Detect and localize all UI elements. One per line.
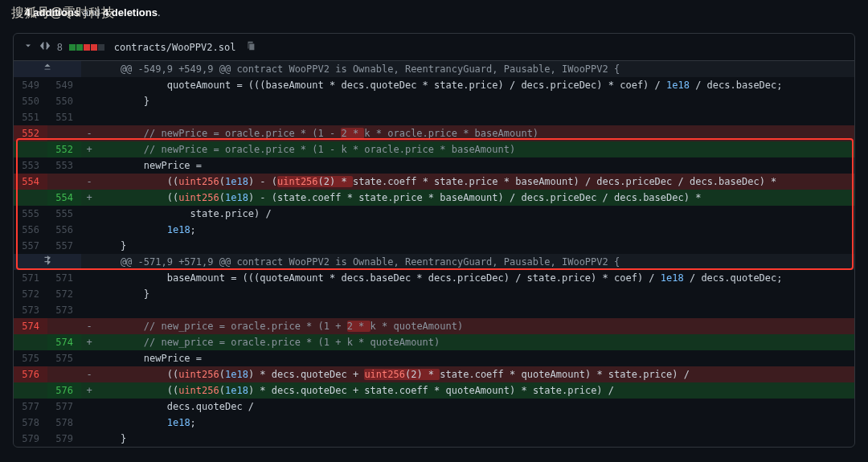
diff-sign: + (81, 190, 97, 206)
added-line: 552+ // newPrice = oracle.price * (1 - k… (14, 141, 854, 157)
diff-stat-squares (69, 44, 104, 51)
new-line-number: 578 (47, 415, 81, 431)
diff-sign: + (81, 334, 97, 350)
copy-path-icon[interactable] (245, 40, 256, 54)
old-line-number: 549 (14, 77, 47, 93)
code-content[interactable]: state.price) / (97, 206, 854, 222)
expand-hunk-icon[interactable] (14, 61, 81, 77)
diff-mode-icon[interactable] (39, 40, 51, 54)
deleted-line: 554- ((uint256(1e18) - (uint256(2) * sta… (14, 174, 854, 190)
collapse-icon[interactable] (23, 41, 33, 53)
old-line-number (14, 334, 47, 350)
new-line-number (47, 125, 81, 141)
added-line: 574+ // new_price = oracle.price * (1 + … (14, 334, 854, 350)
diff-sign (81, 350, 97, 366)
code-content[interactable]: ((uint256(1e18) - (uint256(2) * state.co… (97, 174, 854, 190)
diff-sign (81, 286, 97, 302)
old-line-number: 550 (14, 93, 47, 109)
diff-sign (81, 270, 97, 286)
old-line-number: 576 (14, 366, 47, 382)
file-header: 8 contracts/WooPPV2.sol (14, 34, 854, 61)
context-line: 551551 (14, 109, 854, 125)
hunk-header-text: @@ -571,9 +571,9 @@ contract WooPPV2 is … (97, 254, 854, 270)
added-line: 576+ ((uint256(1e18) * decs.quoteDec + s… (14, 382, 854, 399)
code-content[interactable]: quoteAmount = (((baseAmount * decs.quote… (97, 77, 854, 93)
code-content[interactable]: newPrice = (97, 350, 854, 366)
new-line-number: 572 (47, 286, 81, 302)
old-line-number: 575 (14, 350, 47, 366)
code-content[interactable]: ((uint256(1e18) - (state.coeff * state.p… (97, 190, 854, 206)
diff-sign (81, 302, 97, 318)
diff-sign (81, 109, 97, 125)
deleted-line: 574- // new_price = oracle.price * (1 + … (14, 318, 854, 334)
code-content[interactable]: ((uint256(1e18) * decs.quoteDec + uint25… (97, 366, 854, 382)
diff-table: @@ -549,9 +549,9 @@ contract WooPPV2 is … (14, 61, 854, 447)
new-line-number: 550 (47, 93, 81, 109)
old-line-number: 577 (14, 399, 47, 415)
context-line: 555555 state.price) / (14, 206, 854, 222)
old-line-number: 571 (14, 270, 47, 286)
new-line-number: 557 (47, 238, 81, 254)
hunk-header-text: @@ -549,9 +549,9 @@ contract WooPPV2 is … (97, 61, 854, 77)
watermark-text: 搜狐号@零时科技 (11, 5, 114, 22)
new-line-number: 575 (47, 350, 81, 366)
diff-sign (81, 157, 97, 174)
diff-sign: - (81, 125, 97, 141)
diff-sign: + (81, 141, 97, 157)
code-content[interactable]: // new_price = oracle.price * (1 + k * q… (97, 334, 854, 350)
code-content[interactable]: } (97, 286, 854, 302)
new-line-number (47, 174, 81, 190)
new-line-number: 577 (47, 399, 81, 415)
code-content[interactable]: // newPrice = oracle.price * (1 - 2 * k … (97, 125, 854, 141)
code-content[interactable]: 1e18; (97, 415, 854, 431)
old-line-number (14, 141, 47, 157)
code-content[interactable]: 1e18; (97, 222, 854, 238)
new-line-number: 551 (47, 109, 81, 125)
file-diff-container: 8 contracts/WooPPV2.sol @@ -549,9 +549,9… (13, 33, 855, 448)
context-line: 549549 quoteAmount = (((baseAmount * dec… (14, 77, 854, 93)
code-content[interactable]: newPrice = (97, 157, 854, 174)
diff-summary: ... 4 additions and 4 deletions. (0, 0, 868, 25)
summary-suffix: . (158, 6, 161, 18)
old-line-number: 579 (14, 431, 47, 447)
context-line: 553553 newPrice = (14, 157, 854, 174)
code-content[interactable] (97, 109, 854, 125)
new-line-number (47, 318, 81, 334)
added-line: 554+ ((uint256(1e18) - (state.coeff * st… (14, 190, 854, 206)
diff-sign: - (81, 174, 97, 190)
expand-hunk-icon[interactable] (14, 254, 81, 270)
deleted-line: 552- // newPrice = oracle.price * (1 - 2… (14, 125, 854, 141)
diff-sign (81, 431, 97, 447)
code-content[interactable]: } (97, 431, 854, 447)
old-line-number (14, 382, 47, 399)
diff-sign (81, 238, 97, 254)
code-content[interactable]: } (97, 93, 854, 109)
diff-sign (81, 399, 97, 415)
old-line-number: 552 (14, 125, 47, 141)
context-line: 557557 } (14, 238, 854, 254)
old-line-number: 556 (14, 222, 47, 238)
code-content[interactable]: // new_price = oracle.price * (1 + 2 * k… (97, 318, 854, 334)
code-content[interactable] (97, 302, 854, 318)
context-line: 573573 (14, 302, 854, 318)
diff-sign (81, 77, 97, 93)
context-line: 572572 } (14, 286, 854, 302)
deleted-line: 576- ((uint256(1e18) * decs.quoteDec + u… (14, 366, 854, 382)
code-content[interactable]: } (97, 238, 854, 254)
diff-sign (81, 415, 97, 431)
old-line-number: 551 (14, 109, 47, 125)
new-line-number: 552 (47, 141, 81, 157)
new-line-number: 553 (47, 157, 81, 174)
diff-sign: - (81, 318, 97, 334)
context-line: 550550 } (14, 93, 854, 109)
code-content[interactable]: ((uint256(1e18) * decs.quoteDec + state.… (97, 382, 854, 399)
old-line-number: 578 (14, 415, 47, 431)
new-line-number (47, 366, 81, 382)
code-content[interactable]: baseAmount = (((quoteAmount * decs.baseD… (97, 270, 854, 286)
code-content[interactable]: // newPrice = oracle.price * (1 - k * or… (97, 141, 854, 157)
diff-sign (81, 93, 97, 109)
new-line-number: 573 (47, 302, 81, 318)
file-path[interactable]: contracts/WooPPV2.sol (114, 42, 236, 53)
code-content[interactable]: decs.quoteDec / (97, 399, 854, 415)
old-line-number: 554 (14, 174, 47, 190)
